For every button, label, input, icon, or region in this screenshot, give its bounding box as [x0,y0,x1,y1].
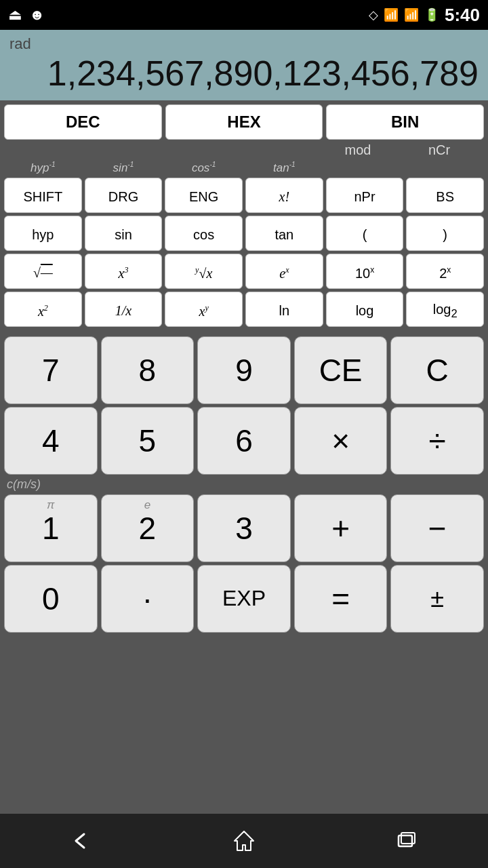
pi-label: π [47,498,54,512]
hyp-button[interactable]: hyp [4,216,82,251]
e-label: e [144,498,150,512]
tan-button[interactable]: tan [245,216,323,251]
digit-2-button[interactable]: e 2 [101,494,195,562]
open-paren-button[interactable]: ( [326,216,404,251]
clear-button[interactable]: C [390,336,484,404]
sci-row-2: hyp sin cos tan ( ) [4,216,484,251]
svg-marker-0 [235,831,253,850]
bs-button[interactable]: BS [406,178,484,213]
digit-9-button[interactable]: 9 [197,336,291,404]
bin-button[interactable]: BIN [326,104,484,140]
sqrt-button[interactable]: √— [4,254,82,289]
display: rad 1,234,567,890,123,456,789 [0,30,488,100]
status-right: ◇ 📶 📶 🔋 5:40 [369,5,480,26]
plus-button[interactable]: + [294,494,388,562]
npr-button[interactable]: nPr [326,178,404,213]
empty-label-2 [406,161,484,175]
digit-7-button[interactable]: 7 [4,336,98,404]
diamond-icon: ◇ [369,7,378,22]
back-button[interactable] [61,824,102,858]
num-row-2: 4 5 6 × ÷ [4,407,484,475]
decimal-button[interactable]: · [101,565,195,633]
sin-button[interactable]: sin [85,216,163,251]
cos-inv-label: cos-1 [165,161,243,175]
x-to-y-button[interactable]: xy [165,292,243,327]
mode-row: DEC HEX BIN [4,104,484,140]
c-label: c(m/s) [4,477,484,492]
exp-button[interactable]: EXP [197,565,291,633]
digit-1-button[interactable]: π 1 [4,494,98,562]
ln-button[interactable]: ln [245,292,323,327]
display-value: 1,234,567,890,123,456,789 [9,53,479,94]
empty-label-1 [326,161,404,175]
yth-root-button[interactable]: y√x [165,254,243,289]
dec-button[interactable]: DEC [4,104,162,140]
ce-button[interactable]: CE [294,336,388,404]
status-bar: ⏏ ☻ ◇ 📶 📶 🔋 5:40 [0,0,488,30]
bottom-nav [0,814,488,868]
multiply-button[interactable]: × [294,407,388,475]
sublabel-row-1: hyp-1 sin-1 cos-1 tan-1 [4,161,484,175]
close-paren-button[interactable]: ) [406,216,484,251]
home-icon [232,829,256,853]
digit-6-button[interactable]: 6 [197,407,291,475]
log-button[interactable]: log [326,292,404,327]
plus-minus-button[interactable]: ± [390,565,484,633]
num-row-1: 7 8 9 CE C [4,336,484,404]
eng-button[interactable]: ENG [165,178,243,213]
usb-icon: ⏏ [8,6,22,24]
sin-inv-label: sin-1 [85,161,163,175]
digit-8-button[interactable]: 8 [101,336,195,404]
equals-button[interactable]: = [294,565,388,633]
status-left: ⏏ ☻ [8,6,45,24]
power-10-button[interactable]: 10x [326,254,404,289]
num-row-4: 0 · EXP = ± [4,565,484,633]
mod-ncr-row: mod nCr [4,142,484,158]
android-icon: ☻ [29,6,45,24]
recents-icon [394,829,419,853]
hyp-inv-label: hyp-1 [4,161,82,175]
sci-row-3: √— x3 y√x ex 10x 2x [4,254,484,289]
clock: 5:40 [445,5,480,26]
num-row-3: π 1 e 2 3 + − [4,494,484,562]
hex-button[interactable]: HEX [165,104,323,140]
home-button[interactable] [224,824,264,858]
power-2-button[interactable]: 2x [406,254,484,289]
x-squared-button[interactable]: x2 [4,292,82,327]
x-cubed-button[interactable]: x3 [85,254,163,289]
recents-button[interactable] [386,824,427,858]
signal-icon: 📶 [404,7,419,22]
digit-5-button[interactable]: 5 [101,407,195,475]
factorial-button[interactable]: x! [245,178,323,213]
exp-e-button[interactable]: ex [245,254,323,289]
sci-row-4: x2 1/x xy ln log log2 [4,292,484,327]
log2-button[interactable]: log2 [406,292,484,327]
digit-3-button[interactable]: 3 [197,494,291,562]
shift-button[interactable]: SHIFT [4,178,82,213]
wifi-icon: 📶 [384,7,399,22]
battery-icon: 🔋 [424,7,439,22]
display-mode: rad [9,35,479,53]
spacer-1 [4,330,484,334]
reciprocal-button[interactable]: 1/x [85,292,163,327]
digit-4-button[interactable]: 4 [4,407,98,475]
sci-row-1: SHIFT DRG ENG x! nPr BS [4,178,484,213]
calc-body: DEC HEX BIN mod nCr hyp-1 sin-1 cos-1 ta… [0,100,488,814]
drg-button[interactable]: DRG [85,178,163,213]
ncr-label: nCr [399,142,480,158]
mod-label: mod [317,142,399,158]
tan-inv-label: tan-1 [245,161,323,175]
cos-button[interactable]: cos [165,216,243,251]
digit-0-button[interactable]: 0 [4,565,98,633]
back-icon [69,829,94,853]
minus-button[interactable]: − [390,494,484,562]
divide-button[interactable]: ÷ [390,407,484,475]
